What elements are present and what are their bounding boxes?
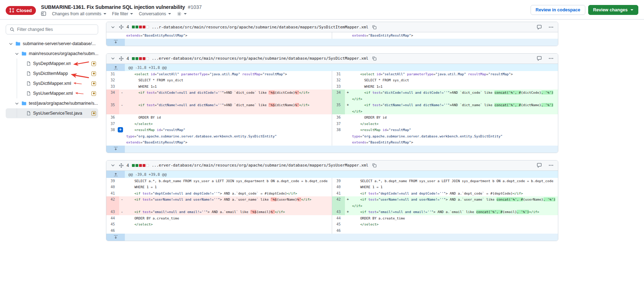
review-in-codespace-button[interactable]: Review in codespace <box>531 5 585 15</box>
code-line: <resultMap id="resultMap"type="org.apach… <box>351 127 558 146</box>
code-line: </select> <box>125 221 332 228</box>
button-label: Review in codespace <box>536 7 580 12</box>
tree-file-item[interactable]: SysDictMapper.xml <box>6 78 98 88</box>
kebab-icon <box>548 56 554 61</box>
drag-handle-icon[interactable] <box>119 163 124 168</box>
diff-row: 43- <if test="email!=null and email!=''"… <box>106 209 558 215</box>
tree-file-item[interactable]: SysUserServiceTest.java <box>6 108 98 118</box>
tree-file-item[interactable]: SysUserMapper.xml <box>6 88 98 98</box>
file-tree: submarine-server/server-database/...main… <box>6 39 98 118</box>
menu-file-filter[interactable]: File filter <box>112 11 133 16</box>
expand-diff-down-button[interactable] <box>106 146 125 153</box>
diffstat-square-add <box>135 26 138 28</box>
kebab-menu-button[interactable] <box>548 162 554 169</box>
modified-status-icon[interactable] <box>91 111 96 116</box>
file-path: ...erver-database/src/main/resources/org… <box>152 56 368 61</box>
code-text <box>126 108 332 115</box>
expand-diff-down-button[interactable] <box>106 234 125 241</box>
changed-lines-count: 4 <box>127 25 129 29</box>
diff-sign <box>345 184 351 190</box>
chevron-down-icon[interactable] <box>15 101 19 106</box>
diff-row: 37 </select>37 </select> <box>106 121 558 127</box>
pr-status-label: Closed <box>16 8 32 13</box>
code-line: ORDER BY a.create_time <box>125 215 332 222</box>
kebab-menu-button[interactable] <box>548 55 554 62</box>
code-line: ORDER BY a.create_time <box>351 215 558 222</box>
line-number: 33 <box>332 83 345 90</box>
code-line: SELECT a.*, b.dept_name FROM sys_user a … <box>125 178 332 184</box>
collapse-file-button[interactable] <box>110 162 116 168</box>
chevron-down-icon <box>111 25 115 29</box>
diff-side-new: extends="BaseEntityResultMap"> <box>332 32 558 39</box>
tree-indent-guide <box>17 108 17 118</box>
modified-status-icon[interactable] <box>91 61 96 66</box>
chevron-down-icon[interactable] <box>9 42 13 46</box>
chevron-down-icon <box>103 13 106 15</box>
filter-changed-files-input[interactable] <box>17 27 94 32</box>
diff-row: 39 SELECT a.*, b.dept_name FROM sys_user… <box>106 178 558 184</box>
copy-path-button[interactable] <box>371 55 377 61</box>
file-icon <box>26 61 31 66</box>
expand-hunk-up-button[interactable] <box>106 64 125 71</box>
diff-side-old: 33 WHERE 1=1 <box>106 83 332 90</box>
diff-side-old: 45 </select> <box>106 221 332 228</box>
tree-file-item[interactable]: SysDictItemMapper.xml <box>6 69 98 78</box>
code-line: ORDER BY id <box>351 114 558 121</box>
expand-diff-row-body <box>125 234 558 241</box>
file-header: 4...erver-database/src/main/resources/or… <box>106 54 558 64</box>
code-text: <select id="selectAll" parameterType="ja… <box>126 71 332 77</box>
diff-sign: - <box>119 196 125 209</box>
diff-sign: + <box>345 209 351 215</box>
tree-folder-item[interactable]: main/resources/org/apache/subm... <box>6 49 98 59</box>
modified-status-icon[interactable] <box>91 71 96 76</box>
modified-status-icon[interactable] <box>91 81 96 86</box>
chevron-down-icon[interactable] <box>15 51 19 56</box>
drag-handle-icon[interactable] <box>119 25 124 29</box>
sidebar-collapse-icon[interactable] <box>41 11 46 16</box>
diff-sign <box>119 32 125 39</box>
kebab-icon <box>548 25 554 30</box>
line-number: 44 <box>106 215 119 222</box>
kebab-menu-button[interactable] <box>548 24 554 31</box>
diff-row: 46 46 <box>106 228 558 234</box>
comment-icon-button[interactable] <box>536 162 543 169</box>
add-comment-button[interactable]: + <box>118 127 123 132</box>
code-text: ORDER BY a.create_time <box>352 215 558 222</box>
comment-icon-button[interactable] <box>536 24 543 31</box>
chevron-down-icon <box>168 13 171 15</box>
tree-folder-item[interactable]: test/java/org/apache/submarine/s... <box>6 98 98 108</box>
expand-diff-down-button[interactable] <box>106 39 125 46</box>
diff-row: 44 ORDER BY a.create_time44 ORDER BY a.c… <box>106 215 558 222</box>
copy-path-button[interactable] <box>371 162 377 168</box>
diff-settings-gear[interactable] <box>177 11 187 16</box>
expand-diff-row <box>106 146 558 153</box>
tree-item-label: SysDictItemMapper.xml <box>33 71 68 76</box>
diff-side-old: 31 <select id="selectAll" parameterType=… <box>106 71 332 77</box>
tree-folder-item[interactable]: submarine-server/server-database/... <box>6 39 98 49</box>
review-changes-button[interactable]: Review changes <box>588 5 638 15</box>
file-filter-box[interactable] <box>6 25 98 34</box>
comment-icon-button[interactable] <box>536 55 543 62</box>
drag-handle-icon[interactable] <box>119 56 124 61</box>
line-number: 38 <box>106 127 119 146</box>
code-text: WHERE 1 = 1 <box>352 184 558 190</box>
diff-row: 35- <if test="dictName!=null and dictNam… <box>106 102 558 114</box>
code-line: SELECT a.*, b.dept_name FROM sys_user a … <box>351 178 558 184</box>
diff-side-new: 32 SELECT * FROM sys_dict <box>332 77 558 83</box>
menu-conversations[interactable]: Conversations <box>139 11 171 16</box>
modified-status-icon[interactable] <box>91 91 96 96</box>
diff-sign: + <box>345 196 351 209</box>
code-text: </if> <box>352 108 558 115</box>
copy-path-button[interactable] <box>371 24 377 30</box>
hunk-range-label: @@ -39,8 +39,8 @@ <box>125 171 166 178</box>
collapse-file-button[interactable] <box>110 24 116 30</box>
expand-up-icon <box>113 65 118 70</box>
tree-file-item[interactable]: SysDeptMapper.xml <box>6 59 98 69</box>
diff-sign: - <box>119 209 125 215</box>
menu-changes-from-commits[interactable]: Changes from all commits <box>52 11 106 16</box>
diff-side-new: 37 </select> <box>332 121 558 127</box>
collapse-file-button[interactable] <box>110 55 116 61</box>
tree-item-label: SysDictMapper.xml <box>33 81 71 86</box>
expand-hunk-up-button[interactable] <box>106 171 125 178</box>
diff-row: 36 ORDER BY id36 ORDER BY id <box>106 114 558 121</box>
